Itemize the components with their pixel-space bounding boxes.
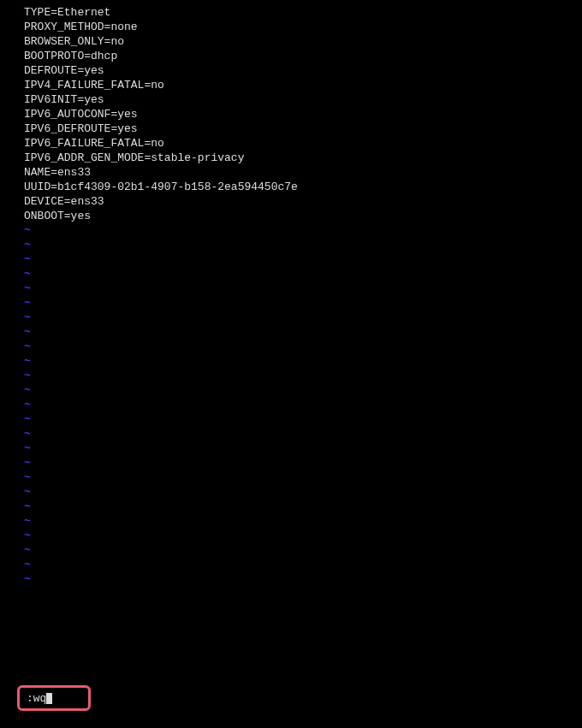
empty-line-marker: ~	[24, 369, 582, 383]
config-line[interactable]: DEFROUTE=yes	[24, 63, 582, 78]
config-line[interactable]: IPV6_AUTOCONF=yes	[24, 107, 582, 121]
empty-line-marker: ~	[24, 456, 582, 471]
empty-line-marker: ~	[24, 441, 582, 456]
empty-line-marker: ~	[24, 485, 582, 500]
empty-line-marker: ~	[24, 514, 582, 529]
config-line[interactable]: IPV4_FAILURE_FATAL=no	[24, 78, 582, 92]
empty-line-marker: ~	[24, 267, 582, 281]
empty-line-marker: ~	[24, 238, 582, 252]
empty-line-marker: ~	[24, 311, 582, 325]
config-line[interactable]: BOOTPROTO=dhcp	[24, 49, 582, 63]
empty-line-marker: ~	[24, 252, 582, 267]
config-line[interactable]: DEVICE=ens33	[24, 194, 582, 209]
empty-line-marker: ~	[24, 383, 582, 398]
empty-line-marker: ~	[24, 354, 582, 369]
empty-line-marker: ~	[24, 340, 582, 354]
empty-line-marker: ~	[24, 398, 582, 412]
empty-line-marker: ~	[24, 558, 582, 572]
vi-command[interactable]: :wq	[27, 691, 46, 706]
empty-line-marker: ~	[24, 471, 582, 485]
config-line[interactable]: IPV6INIT=yes	[24, 92, 582, 107]
empty-line-marker: ~	[24, 529, 582, 543]
config-line[interactable]: IPV6_ADDR_GEN_MODE=stable-privacy	[24, 151, 582, 165]
command-line-highlight: :wq	[17, 685, 91, 711]
config-line[interactable]: ONBOOT=yes	[24, 209, 582, 223]
config-line[interactable]: BROWSER_ONLY=no	[24, 34, 582, 49]
empty-line-marker: ~	[24, 427, 582, 441]
empty-line-marker: ~	[24, 500, 582, 514]
empty-line-marker: ~	[24, 325, 582, 340]
empty-line-marker: ~	[24, 281, 582, 296]
empty-line-marker: ~	[24, 572, 582, 587]
config-line[interactable]: IPV6_FAILURE_FATAL=no	[24, 136, 582, 151]
config-line[interactable]: PROXY_METHOD=none	[24, 20, 582, 34]
empty-line-marker: ~	[24, 412, 582, 427]
empty-lines: ~~~~~~~~~~~~~~~~~~~~~~~~~	[24, 223, 582, 587]
empty-line-marker: ~	[24, 543, 582, 558]
cursor	[46, 693, 52, 704]
config-line[interactable]: TYPE=Ethernet	[24, 5, 582, 20]
config-line[interactable]: NAME=ens33	[24, 165, 582, 180]
config-line[interactable]: UUID=b1cf4309-02b1-4907-b158-2ea594450c7…	[24, 180, 582, 194]
empty-line-marker: ~	[24, 223, 582, 238]
editor-content[interactable]: TYPE=EthernetPROXY_METHOD=noneBROWSER_ON…	[24, 5, 582, 223]
empty-line-marker: ~	[24, 296, 582, 311]
config-line[interactable]: IPV6_DEFROUTE=yes	[24, 121, 582, 136]
